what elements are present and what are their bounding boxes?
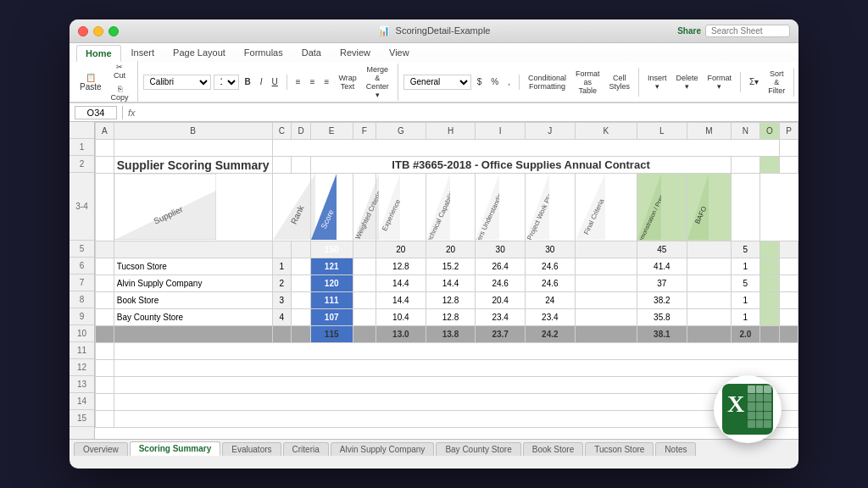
cell-i5-bid[interactable]: 30 — [476, 241, 526, 258]
cell-h5-tech[interactable]: 20 — [426, 241, 476, 258]
cell-o9[interactable] — [760, 309, 780, 326]
cell-weighted-diag[interactable]: Weighted Criteria — [353, 174, 376, 241]
cell-final-diag[interactable]: Final Criteria — [575, 174, 637, 241]
cell-c10[interactable] — [272, 326, 292, 343]
minimize-button[interactable] — [93, 26, 103, 36]
cell-a5[interactable] — [96, 241, 114, 258]
cell-itb-title[interactable]: ITB #3665-2018 - Office Supplies Annual … — [310, 157, 731, 174]
cell-a2[interactable] — [96, 157, 114, 174]
cell-b9-supplier[interactable]: Bay County Store — [114, 309, 272, 326]
cell-bafo-diag[interactable]: BAFO — [687, 174, 732, 241]
align-center-button[interactable]: ≡ — [307, 75, 319, 88]
cell-g7-exp[interactable]: 14.4 — [376, 275, 426, 292]
cell-supplier-header[interactable]: Supplier — [114, 174, 272, 241]
cell-b5[interactable] — [114, 241, 272, 258]
tab-insert[interactable]: Insert — [123, 45, 164, 62]
cell-b13-rest[interactable] — [114, 377, 798, 394]
format-as-table-button[interactable]: Formatas Table — [572, 68, 604, 97]
cell-m6[interactable] — [687, 258, 732, 275]
cell-score-150[interactable]: 150 — [310, 241, 353, 258]
cell-l7-final[interactable]: 37 — [637, 275, 687, 292]
tab-notes[interactable]: Notes — [655, 442, 696, 456]
maximize-button[interactable] — [108, 26, 119, 36]
cell-o6[interactable] — [760, 258, 780, 275]
cell-b1[interactable] — [114, 140, 272, 157]
bold-button[interactable]: B — [242, 75, 254, 88]
col-header-c[interactable]: C — [272, 123, 292, 140]
cell-l10-avg-final[interactable]: 38.1 — [637, 326, 687, 343]
cell-b14-rest[interactable] — [114, 394, 798, 411]
cell-f8[interactable] — [353, 292, 376, 309]
cell-i9-bid[interactable]: 23.4 — [476, 309, 526, 326]
paste-button[interactable]: 📋 Paste — [76, 71, 105, 93]
cell-k5[interactable] — [575, 241, 637, 258]
cell-p7[interactable] — [780, 275, 798, 292]
search-input[interactable] — [705, 25, 790, 37]
cell-n10-avg-bafo[interactable]: 2.0 — [732, 326, 760, 343]
cell-g9-exp[interactable]: 10.4 — [376, 309, 426, 326]
col-header-f[interactable]: F — [353, 123, 376, 140]
cell-exp-diag[interactable]: Experience — [376, 174, 426, 241]
cell-a8[interactable] — [96, 292, 114, 309]
cell-f6[interactable] — [353, 258, 376, 275]
cell-h7-tech[interactable]: 14.4 — [426, 275, 476, 292]
cell-p5[interactable] — [780, 241, 798, 258]
format-button[interactable]: Format ▾ — [704, 72, 736, 92]
cell-o2[interactable] — [760, 157, 780, 174]
col-header-a[interactable]: A — [96, 123, 114, 140]
align-left-button[interactable]: ≡ — [292, 75, 304, 88]
cell-d2[interactable] — [292, 157, 311, 174]
copy-button[interactable]: ⎘ Copy — [108, 83, 132, 103]
cell-a10[interactable] — [96, 326, 114, 343]
cell-m5[interactable] — [687, 241, 732, 258]
cell-d6[interactable] — [292, 258, 311, 275]
col-header-i[interactable]: I — [476, 123, 526, 140]
tab-scoring-summary[interactable]: Scoring Summary — [130, 441, 221, 456]
comma-button[interactable]: , — [504, 75, 514, 88]
cell-bid-diag[interactable]: Bidders Understanding of... — [476, 174, 526, 241]
cell-d10[interactable] — [292, 326, 311, 343]
cell-demo-diag[interactable]: Demonstration / Presen... — [637, 174, 687, 241]
col-header-m[interactable]: M — [687, 123, 732, 140]
tab-home[interactable]: Home — [76, 45, 121, 62]
cell-score-diag[interactable]: Score — [310, 174, 353, 241]
cell-e9-score[interactable]: 107 — [310, 309, 353, 326]
cut-button[interactable]: ✂ Cut — [108, 61, 132, 81]
cell-l6-final[interactable]: 41.4 — [637, 258, 687, 275]
cell-rank-diag[interactable]: Rank — [272, 174, 310, 241]
col-header-j[interactable]: J — [526, 123, 576, 140]
share-button[interactable]: Share — [677, 26, 701, 36]
cell-j7-proj[interactable]: 24.6 — [526, 275, 576, 292]
cell-a-diag[interactable] — [96, 174, 114, 241]
cell-b6-supplier[interactable]: Tucson Store — [114, 258, 272, 275]
col-header-b[interactable]: B — [114, 123, 272, 140]
cell-p10[interactable] — [780, 326, 798, 343]
insert-button[interactable]: Insert ▾ — [644, 72, 670, 92]
cell-m9[interactable] — [687, 309, 732, 326]
cell-g5-exp[interactable]: 20 — [376, 241, 426, 258]
cell-j8-proj[interactable]: 24 — [526, 292, 576, 309]
cell-b12-rest[interactable] — [114, 360, 798, 377]
cell-a7[interactable] — [96, 275, 114, 292]
formula-input[interactable] — [141, 108, 793, 118]
tab-overview[interactable]: Overview — [74, 442, 128, 456]
cell-proj-diag[interactable]: Project Work Plan — [526, 174, 576, 241]
cell-l9-final[interactable]: 35.8 — [637, 309, 687, 326]
cell-c6-rank[interactable]: 1 — [272, 258, 292, 275]
cell-c5[interactable] — [272, 241, 292, 258]
cell-b10[interactable] — [114, 326, 272, 343]
cell-n2[interactable] — [732, 157, 760, 174]
cell-c2[interactable] — [272, 157, 292, 174]
cell-b15-rest[interactable] — [114, 411, 798, 428]
cell-j6-proj[interactable]: 24.6 — [526, 258, 576, 275]
tab-evaluators[interactable]: Evaluators — [222, 442, 281, 456]
merge-center-button[interactable]: Merge & Center ▾ — [363, 64, 392, 101]
cell-d5[interactable] — [292, 241, 311, 258]
tab-bay-county[interactable]: Bay County Store — [436, 442, 520, 456]
cell-k6[interactable] — [575, 258, 637, 275]
cell-l8-final[interactable]: 38.2 — [637, 292, 687, 309]
cell-k10[interactable] — [575, 326, 637, 343]
font-family-select[interactable]: Calibri — [143, 75, 211, 90]
cell-i8-bid[interactable]: 20.4 — [476, 292, 526, 309]
cell-n6-bafo[interactable]: 1 — [732, 258, 760, 275]
